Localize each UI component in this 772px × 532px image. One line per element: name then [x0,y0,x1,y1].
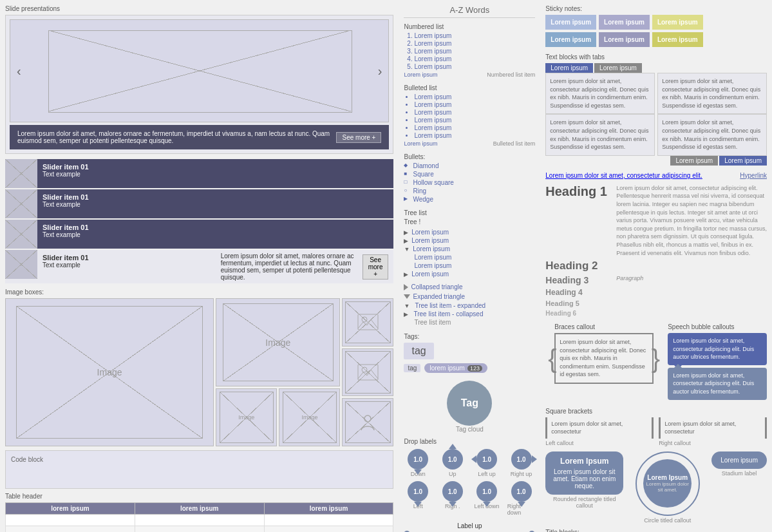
heading-6: Heading 6 [545,310,610,317]
tree-item-3-1: Lorem ipsum [404,253,535,261]
slider-item-last-subtitle: Text example [42,261,211,269]
circle-inner: Lorem Ipsum Lorem ipsum dolor sit amet. [643,459,692,508]
drop-label-left-up: Left up [478,471,496,477]
tab-button-1[interactable]: Lorem ipsum [545,63,593,73]
drop-labels-section: Drop labels 1.0 Down 1.0 Up [404,438,535,516]
bulleted-list-item-2: Lorem ipsum [414,101,535,108]
drop-labels-grid: 1.0 Down 1.0 Up 1.0 [404,449,535,516]
image-thumb-3 [342,398,393,446]
tab-button-4[interactable]: Lorem ipsum [719,156,767,166]
drop-item-right-up: 1.0 Right up [507,449,535,477]
slider-item-last: Slider item 01 Text example Lorem ipsum … [5,250,393,283]
title-blocks-section: Title blocks: Lorem Ipsum Lorem Ipsum Lo… [545,529,767,532]
drop-arrow-right-up [532,455,537,463]
hyperlink-row: Lorem ipsum dolor sit amet, consectetur … [545,172,767,179]
svg-point-4 [364,415,371,422]
image-thumb-2 [342,348,393,397]
tag-badge: lorem ipsum 123 [424,363,487,373]
bulleted-list: Lorem ipsum Lorem ipsum Lorem ipsum Lore… [404,93,535,139]
tab-content-box-4: Lorem ipsum dolor sit amet, consectetur … [657,114,767,155]
tab-content-row-1: Lorem ipsum dolor sit amet, consectetur … [545,73,767,114]
slider-item-3-image [5,220,37,249]
tree-item-3-2: Lorem ipsum [404,261,535,270]
hyperlink-text[interactable]: Lorem ipsum dolor sit amet, consectetur … [545,172,702,179]
circle-text: Lorem ipsum dolor sit amet. [646,481,689,493]
bulleted-list-item-label: Bulleted list item [493,140,536,147]
square-brackets-title: Square brackets [545,408,767,415]
bullets-section: Bullets: Diamond Square Hollow square Ri… [404,153,535,203]
stadium-label-text: Stadium label [722,470,757,477]
data-table: lorem ipsum lorem ipsum lorem ipsum [5,502,393,532]
tree-collapsed-item: Collapsed triangle [404,282,535,292]
tag-cloud-text: Tag [461,397,478,409]
heading-5: Heading 5 [545,299,610,307]
svg-rect-0 [358,314,378,330]
tree-list-title: Tree list [404,209,535,216]
bullet-diamond: Diamond [404,162,535,169]
drop-item-right: 1.0 Righ . [438,481,466,516]
table-col-1: lorem ipsum [6,503,135,515]
heading-row-5: Heading 5 [545,299,767,307]
square-right: Lorem ipsum dolor sit amet, consectetur … [659,417,767,446]
circle-callout-section: Lorem Ipsum Lorem ipsum dolor sit amet. … [628,451,706,524]
bulleted-list-item-3: Lorem ipsum [414,109,535,116]
numbered-list-item-4: Lorem ipsum [414,55,535,62]
tree-list-item-leaf: Tree list item [404,318,535,327]
drop-item-right-down: 1.0 Right down [507,481,535,516]
tag-large: tag [404,343,433,359]
tree-item-2: ▶ Lorem ipsum [404,236,535,245]
slide-prev-button[interactable]: ‹ [17,64,21,79]
speech-bubble-2: Lorem ipsum dolor sit amet, consectetur … [668,368,767,400]
sticky-note-blue: Lorem ipsum [545,15,596,30]
tab-button-3[interactable]: Lorem ipsum [670,156,718,166]
numbered-list-item-1: Lorem ipsum [414,32,535,39]
code-block: Code block [5,450,393,489]
drop-arrow-left-down [483,502,491,507]
slider-item-3-subtitle: Text example [42,231,89,238]
square-brackets-section: Square brackets Lorem ipsum dolor sit am… [545,408,767,446]
table-section: Table header lorem ipsum lorem ipsum lor… [5,493,393,532]
tree-item-1: ▶ Lorem ipsum [404,228,535,236]
image-box-bottom-left-label: Image [238,414,254,421]
slider-see-more-button[interactable]: See more + [362,254,389,280]
slide-next-button[interactable]: › [378,64,382,79]
slide-image [10,20,388,122]
sticky-note-blue2: Lorem ipsum [545,32,596,47]
image-box-mid-top-label: Image [265,337,290,348]
bullets-title: Bullets: [404,153,535,160]
heading-row-3: Heading 3 Paragraph [545,275,767,285]
see-more-button[interactable]: See more + [336,132,381,143]
tab-button-2[interactable]: Lorem ipsum [594,63,642,73]
braces-callout-section: Braces callout Lorem ipsum dolor sit ame… [554,323,654,403]
square-brackets-row: Lorem ipsum dolor sit amet, consectetur … [545,417,767,446]
square-right-label: Right callout [659,440,767,446]
image-thumb-1 [342,298,393,347]
numbered-list-item-5: Lorem ipsum [414,63,535,70]
tab-content-row-2: Lorem ipsum dolor sit amet, consectetur … [545,114,767,155]
numbered-list: Lorem ipsum Lorem ipsum Lorem ipsum Lore… [404,32,535,70]
slider-item-2: Slider item 01 Text example [5,189,393,218]
tab-buttons-row-2: Lorem ipsum Lorem ipsum [545,156,767,166]
sticky-row-2: Lorem ipsum Lorem ipsum Lorem ipsum [545,32,767,47]
stadium-section: Lorem ipsum Stadium label [711,451,767,477]
tags-title: Tags: [404,333,535,340]
image-row-bottom: Image Image [216,388,340,446]
heading-row-6: Heading 6 [545,310,767,317]
heading-1: Heading 1 [545,184,610,199]
heading-2: Heading 2 [545,260,610,272]
tree-expanded-item: Expanded triangle [404,292,535,301]
braces-callout-title: Braces callout [554,323,654,330]
sticky-row-1: Lorem ipsum Lorem ipsum Lorem ipsum [545,15,767,30]
stadium-label: Lorem ipsum [711,451,767,469]
tag-small: tag [404,364,420,372]
tree-expanded-label: Expanded triangle [413,293,465,300]
numbered-list-section: Numbered list Lorem ipsum Lorem ipsum Lo… [404,23,535,78]
drop-item-left: 1.0 Left [404,481,431,516]
image-boxes-label: Image boxes: [5,289,393,296]
slider-item-2-title: Slider item 01 [42,193,89,201]
slider-last-caption: Lorem ipsum dolor sit amet, malores orna… [221,252,362,281]
az-words-title: A-Z Words [404,5,535,18]
svg-point-1 [362,317,367,322]
triangle-expanded-icon [404,294,410,299]
rounded-rectangle-title: Lorem Ipsum [551,457,618,466]
